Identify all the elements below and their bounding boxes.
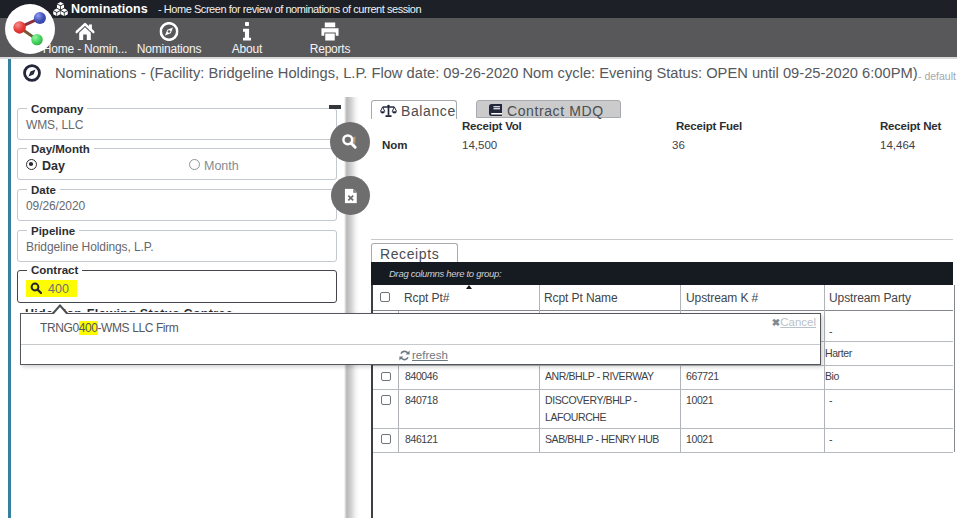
app-window: Nominations - Home Screen for review of … (0, 0, 957, 518)
tab-receipts[interactable]: Receipts (371, 243, 458, 262)
balance-receipt-fuel-value: 36 (672, 139, 685, 151)
col-divider (539, 285, 540, 311)
company-label: Company (27, 103, 87, 115)
day-month-field: Day/Month Day Month (17, 148, 337, 180)
printer-icon (321, 22, 340, 41)
dropdown-item[interactable]: TRNG0400-WMS LLC Firm (40, 321, 178, 335)
row-divider (373, 452, 953, 453)
month-radio[interactable] (189, 159, 200, 170)
cell-upstream-k: 667721 (686, 370, 719, 382)
row-checkbox[interactable] (381, 395, 391, 405)
cell-rcpt-pt: 840718 (405, 394, 438, 406)
col-header-upstream-k[interactable]: Upstream K # (686, 291, 758, 305)
day-radio[interactable] (26, 159, 37, 170)
nav-label-home: Home - Nomin... (43, 42, 127, 56)
contract-search-icon (30, 282, 42, 294)
tab-contract-mdq[interactable]: Contract MDQ (476, 100, 621, 118)
cell-upstream-k: 10021 (686, 394, 713, 406)
info-icon (238, 22, 257, 41)
title-bar: Nominations - Home Screen for review of … (0, 0, 957, 18)
balance-row-label: Nom (382, 139, 408, 151)
refresh-link[interactable]: refresh (399, 349, 448, 361)
row-divider (373, 428, 953, 429)
excel-file-icon (344, 188, 357, 203)
page-title: Nominations - (Facility: Bridgeline Hold… (55, 65, 918, 81)
content-divider (0, 57, 957, 59)
company-value: WMS, LLC (26, 118, 83, 132)
row-checkbox[interactable] (381, 434, 391, 444)
contract-search-input[interactable]: 400 (48, 282, 69, 296)
group-by-hint: Drag columns here to group: (389, 268, 501, 279)
collapse-panel-button[interactable] (329, 105, 341, 109)
tab-contract-mdq-label: Contract MDQ (507, 103, 604, 119)
row-divider (373, 365, 953, 366)
app-subtitle: - Home Screen for review of nominations … (158, 0, 421, 18)
cancel-x-icon: ✖ (772, 317, 780, 328)
cell-rcpt-pt-name: SAB/BHLP - HENRY HUB (545, 433, 659, 445)
day-month-label: Day/Month (27, 143, 94, 155)
row-checkbox[interactable] (381, 372, 391, 382)
dropdown-caret-fill (53, 307, 67, 315)
tab-balance-label: Balance (401, 103, 456, 119)
dropdown-item-highlight: 400 (79, 321, 98, 335)
refresh-icon (399, 350, 410, 361)
balance-scale-icon (380, 104, 397, 117)
cubes-icon (53, 2, 68, 16)
group-by-bar[interactable]: Drag columns here to group: (371, 262, 953, 285)
app-title: Nominations (71, 0, 148, 18)
nav-item-home[interactable]: Home - Nomin... (45, 18, 125, 57)
cancel-link[interactable]: ✖Cancel (772, 316, 816, 328)
pipeline-value: Bridgeline Holdings, L.P. (26, 240, 153, 254)
content-left-accent (8, 59, 11, 518)
select-all-checkbox[interactable] (380, 292, 390, 302)
sort-asc-icon (466, 285, 472, 289)
balance-col-receipt-net: Receipt Net (880, 120, 941, 132)
col-header-upstream-party[interactable]: Upstream Party (829, 291, 911, 305)
book-icon (489, 104, 502, 116)
balance-panel-divider (371, 239, 953, 240)
home-icon (76, 22, 95, 41)
export-excel-button[interactable] (331, 176, 370, 215)
app-logo[interactable] (5, 4, 55, 54)
cell-rcpt-pt: 840046 (405, 370, 438, 382)
cell-upstream-party: Harter (825, 347, 852, 359)
col-header-rcpt-pt-name[interactable]: Rcpt Pt Name (544, 291, 618, 305)
date-label: Date (27, 184, 60, 196)
cell-upstream-party: - (829, 394, 832, 406)
nav-item-about[interactable]: About (217, 18, 277, 57)
tab-balance[interactable]: Balance (371, 100, 457, 119)
cell-upstream-party: Bio (825, 370, 839, 382)
pipeline-field[interactable]: Pipeline Bridgeline Holdings, L.P. (17, 230, 337, 262)
dropdown-divider (21, 344, 820, 345)
month-radio-label[interactable]: Month (204, 159, 239, 173)
balance-receipt-net-value: 14,464 (880, 139, 915, 151)
nav-item-reports[interactable]: Reports (295, 18, 365, 57)
row-divider (373, 389, 953, 390)
date-value: 09/26/2020 (26, 199, 85, 213)
nav-bar: Home - Nomin... Nominations About Repo (0, 18, 957, 57)
company-field[interactable]: Company WMS, LLC (17, 108, 337, 140)
pipeline-label: Pipeline (27, 225, 79, 237)
dropdown-item-prefix: TRNG0 (40, 321, 79, 335)
contract-label: Contract (27, 264, 82, 276)
contract-field[interactable]: Contract 400 (17, 270, 337, 303)
cell-upstream-k: 10021 (686, 433, 713, 445)
search-button[interactable] (330, 122, 370, 162)
cell-upstream-party: - (829, 433, 832, 445)
date-field[interactable]: Date 09/26/2020 (17, 189, 337, 221)
balance-col-receipt-vol: Receipt Vol (462, 120, 522, 132)
nav-label-about: About (232, 42, 262, 56)
receipts-grid-header: Rcpt Pt# Rcpt Pt Name Upstream K # Upstr… (373, 285, 953, 311)
contract-dropdown: TRNG0400-WMS LLC Firm refresh ✖Cancel (20, 313, 821, 365)
cancel-label: Cancel (780, 316, 816, 328)
cell-rcpt-pt-name: ANR/BHLP - RIVERWAY (545, 370, 654, 382)
balance-col-receipt-fuel: Receipt Fuel (676, 120, 742, 132)
nav-item-nominations[interactable]: Nominations (131, 18, 207, 57)
search-icon (341, 133, 359, 151)
col-divider (680, 285, 681, 311)
refresh-label: refresh (412, 349, 448, 361)
day-radio-label[interactable]: Day (42, 159, 65, 173)
tab-receipts-label: Receipts (380, 246, 439, 262)
cell-rcpt-pt: 846121 (405, 433, 438, 445)
col-header-rcpt-pt[interactable]: Rcpt Pt# (404, 291, 449, 305)
